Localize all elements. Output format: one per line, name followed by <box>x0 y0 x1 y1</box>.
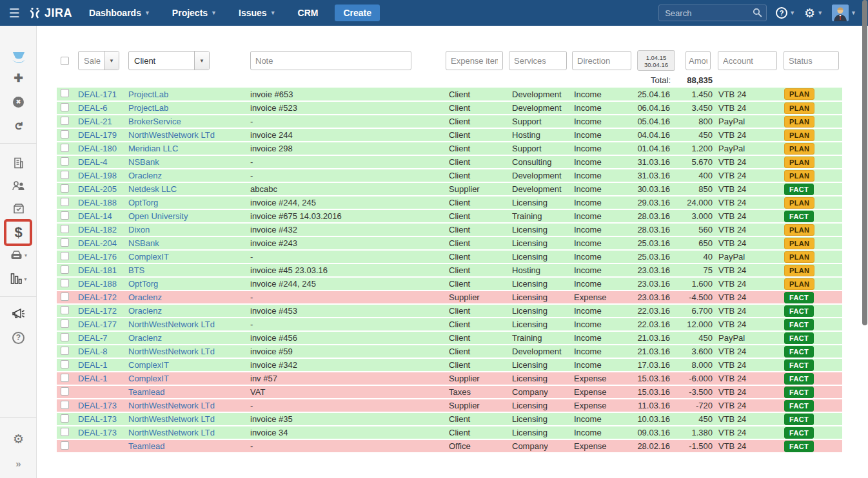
deal-key-link[interactable]: DEAL-173 <box>78 414 117 424</box>
company-link[interactable]: ProjectLab <box>128 103 168 113</box>
account-filter-input[interactable] <box>718 51 777 70</box>
row-checkbox[interactable] <box>61 292 69 301</box>
row-checkbox[interactable] <box>61 198 69 206</box>
settings-menu[interactable]: ⚙ ▼ <box>804 7 823 19</box>
select-all-checkbox[interactable] <box>61 57 69 65</box>
settings-icon[interactable]: ⚙ <box>0 429 37 448</box>
search-input[interactable] <box>658 5 767 21</box>
company-link[interactable]: Meridian LLC <box>128 144 178 153</box>
deal-key-link[interactable]: DEAL-198 <box>78 171 117 180</box>
company-link[interactable]: ComplexIT <box>128 252 169 262</box>
deal-key-link[interactable]: DEAL-4 <box>78 157 108 167</box>
row-checkbox[interactable] <box>61 157 69 166</box>
row-checkbox[interactable] <box>61 441 69 450</box>
row-checkbox[interactable] <box>61 428 69 436</box>
deal-key-link[interactable]: DEAL-179 <box>78 130 117 140</box>
company-link[interactable]: ProjectLab <box>128 90 168 99</box>
company-link[interactable]: Dixon <box>128 225 150 234</box>
deal-key-link[interactable]: DEAL-177 <box>78 320 117 329</box>
deal-key-link[interactable]: DEAL-172 <box>78 292 117 302</box>
deal-key-link[interactable]: DEAL-204 <box>78 238 117 248</box>
status-filter-input[interactable] <box>784 51 839 70</box>
row-checkbox[interactable] <box>61 117 69 125</box>
row-checkbox[interactable] <box>61 252 69 260</box>
app-switcher-icon[interactable]: ☰ <box>0 6 28 21</box>
contacts-icon[interactable] <box>0 176 37 195</box>
company-link[interactable]: Netdesk LLC <box>128 184 177 194</box>
row-checkbox[interactable] <box>61 414 69 423</box>
row-checkbox[interactable] <box>61 360 69 368</box>
company-link[interactable]: NorthWestNetwork LTd <box>128 414 215 424</box>
row-checkbox[interactable] <box>61 171 69 179</box>
row-checkbox[interactable] <box>61 401 69 409</box>
row-checkbox[interactable] <box>61 184 69 193</box>
row-checkbox[interactable] <box>61 279 69 287</box>
row-checkbox[interactable] <box>61 333 69 341</box>
deal-key-link[interactable]: DEAL-188 <box>78 279 117 289</box>
deal-key-link[interactable]: DEAL-172 <box>78 306 117 316</box>
client-filter-select[interactable]: Client ▼ <box>128 51 210 70</box>
direction-filter-input[interactable] <box>572 51 631 70</box>
help-menu[interactable]: ? ▼ <box>776 7 795 19</box>
row-checkbox[interactable] <box>61 347 69 355</box>
create-button[interactable]: Create <box>335 5 380 21</box>
nav-issues[interactable]: Issues▼ <box>239 8 276 18</box>
reports-icon[interactable]: ▾ <box>0 269 37 289</box>
amount-filter-input[interactable] <box>686 51 711 70</box>
note-filter-input[interactable] <box>250 51 411 70</box>
company-link[interactable]: ComplexIT <box>128 360 169 370</box>
chevron-down-icon[interactable]: ▼ <box>194 52 209 70</box>
row-checkbox[interactable] <box>61 225 69 233</box>
date-range-filter[interactable]: 1.04.15 30.04.16 <box>637 50 675 71</box>
print-icon[interactable]: ▾ <box>0 245 37 265</box>
row-checkbox[interactable] <box>61 306 69 314</box>
help-icon[interactable]: ? <box>0 328 37 347</box>
deal-key-link[interactable]: DEAL-171 <box>78 90 117 99</box>
search-icon[interactable] <box>753 8 762 17</box>
row-checkbox[interactable] <box>61 320 69 328</box>
teamlead-logo-icon[interactable] <box>0 48 37 68</box>
redo-icon[interactable]: ↺ <box>0 116 37 135</box>
chevron-down-icon[interactable]: ▼ <box>104 52 119 70</box>
company-link[interactable]: NSBank <box>128 157 159 167</box>
row-checkbox[interactable] <box>61 238 69 247</box>
deal-key-link[interactable]: DEAL-180 <box>78 144 117 153</box>
row-checkbox[interactable] <box>61 211 69 220</box>
deal-key-link[interactable]: DEAL-173 <box>78 428 117 437</box>
company-link[interactable]: NorthWestNetwork LTd <box>128 130 215 140</box>
row-checkbox[interactable] <box>61 374 69 382</box>
collapse-icon[interactable]: » <box>0 454 37 473</box>
jira-logo[interactable]: JIRA <box>28 6 72 20</box>
deal-key-link[interactable]: DEAL-7 <box>78 333 108 343</box>
company-link[interactable]: NorthWestNetwork LTd <box>128 428 215 437</box>
deal-key-link[interactable]: DEAL-21 <box>78 117 112 126</box>
company-link[interactable]: Open University <box>128 211 188 221</box>
deal-key-link[interactable]: DEAL-176 <box>78 252 117 262</box>
deal-key-link[interactable]: DEAL-1 <box>78 374 108 383</box>
company-link[interactable]: NorthWestNetwork LTd <box>128 347 215 356</box>
company-link[interactable]: Oraclenz <box>128 333 162 343</box>
company-link[interactable]: NorthWestNetwork LTd <box>128 401 215 410</box>
deal-key-link[interactable]: DEAL-188 <box>78 198 117 207</box>
deal-key-link[interactable]: DEAL-14 <box>78 211 112 221</box>
deal-key-link[interactable]: DEAL-173 <box>78 401 117 410</box>
company-link[interactable]: OptTorg <box>128 279 158 289</box>
nav-projects[interactable]: Projects▼ <box>172 8 217 18</box>
expense-items-filter-input[interactable] <box>446 51 503 70</box>
company-link[interactable]: Teamlead <box>128 387 164 397</box>
transactions-icon[interactable]: $ <box>0 223 37 242</box>
row-checkbox[interactable] <box>61 144 69 152</box>
company-link[interactable]: Oraclenz <box>128 171 162 180</box>
announcements-icon[interactable] <box>0 304 37 323</box>
company-link[interactable]: OptTorg <box>128 198 158 207</box>
company-link[interactable]: Oraclenz <box>128 306 162 316</box>
nav-dashboards[interactable]: Dashboards▼ <box>89 8 150 18</box>
company-link[interactable]: BTS <box>128 265 144 275</box>
deal-key-link[interactable]: DEAL-181 <box>78 265 117 275</box>
user-menu[interactable]: ▼ <box>832 5 856 21</box>
companies-icon[interactable] <box>0 153 37 173</box>
company-link[interactable]: NorthWestNetwork LTd <box>128 320 215 329</box>
row-checkbox[interactable] <box>61 387 69 396</box>
row-checkbox[interactable] <box>61 130 69 139</box>
company-link[interactable]: BrokerService <box>128 117 181 126</box>
